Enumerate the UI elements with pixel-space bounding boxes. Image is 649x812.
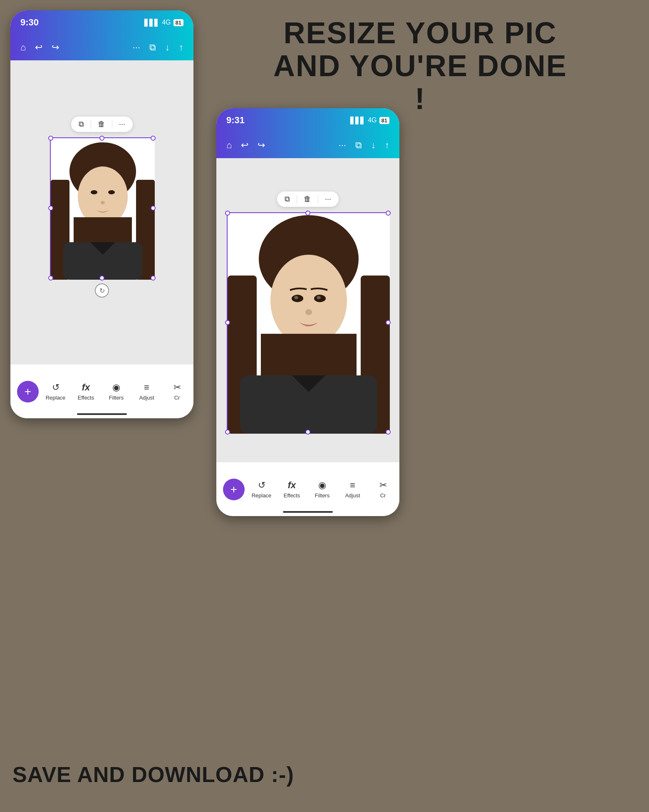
float-delete-right[interactable]: 🗑 — [304, 195, 311, 204]
bottom-bar-right: + ↺ Replace fx Effects ◉ Filters ≡ Adjus… — [216, 462, 399, 516]
battery-right: 81 — [379, 117, 389, 124]
toolbar-left-icons-right: ⌂ ↩ ↪ — [226, 140, 265, 151]
more-icon-left[interactable]: ··· — [133, 42, 140, 53]
home-icon-left[interactable]: ⌂ — [20, 42, 26, 53]
handle-bl-right[interactable] — [225, 430, 230, 435]
filters-icon-right: ◉ — [318, 480, 326, 491]
tool-effects-right[interactable]: fx Effects — [278, 477, 305, 501]
handle-mr-left[interactable] — [151, 206, 156, 211]
toolbar-right-icons-right: ··· ⧉ ↓ ↑ — [339, 140, 389, 151]
float-more-left[interactable]: ··· — [119, 120, 125, 129]
float-more-right[interactable]: ··· — [325, 195, 331, 204]
divider2-left — [112, 120, 112, 129]
handle-br-right[interactable] — [386, 430, 391, 435]
handle-tr-left[interactable] — [151, 136, 156, 141]
handle-br-left[interactable] — [151, 276, 156, 281]
undo-icon-right[interactable]: ↩ — [241, 140, 248, 151]
heading-block: RESIZE YOUR PIC AND YOU'RE DONE ! — [204, 17, 637, 116]
home-indicator-left — [77, 413, 127, 415]
share-icon-right[interactable]: ↑ — [385, 140, 389, 151]
handle-mr-right[interactable] — [386, 320, 391, 325]
svg-point-19 — [317, 296, 321, 299]
svg-point-7 — [108, 190, 115, 194]
status-bar-right: 9:31 ▋▋▋ 4G 81 — [216, 108, 399, 132]
svg-point-8 — [101, 201, 105, 204]
effects-label-right: Effects — [284, 492, 300, 499]
filters-icon-left: ◉ — [112, 382, 120, 393]
float-copy-right[interactable]: ⧉ — [285, 195, 290, 204]
crop-icon-right: ✂ — [379, 480, 387, 491]
selection-container-left: ⧉ 🗑 ··· — [50, 137, 154, 279]
share-icon-left[interactable]: ↑ — [179, 42, 183, 53]
copy-icon-right[interactable]: ⧉ — [355, 140, 362, 151]
add-icon-left: + — [25, 385, 31, 398]
tool-crop-left[interactable]: ✂ Cr — [163, 380, 191, 403]
battery-left: 81 — [173, 19, 183, 26]
undo-icon-left[interactable]: ↩ — [35, 42, 42, 53]
heading-line1: RESIZE YOUR PIC — [204, 17, 637, 50]
download-icon-left[interactable]: ↓ — [165, 42, 170, 53]
download-icon-right[interactable]: ↓ — [371, 140, 376, 151]
crop-icon-left: ✂ — [173, 382, 181, 393]
float-copy-left[interactable]: ⧉ — [79, 120, 84, 129]
phone-right: 9:31 ▋▋▋ 4G 81 ⌂ ↩ ↪ ··· ⧉ ↓ ↑ ⧉ 🗑 — [216, 108, 399, 516]
status-icons-right: ▋▋▋ 4G 81 — [350, 117, 389, 124]
crop-label-left: Cr — [174, 395, 180, 401]
image-selection-left[interactable] — [50, 137, 154, 279]
replace-icon-left: ↺ — [52, 382, 59, 393]
add-button-left[interactable]: + — [17, 381, 39, 402]
redo-icon-left[interactable]: ↪ — [52, 42, 59, 53]
status-time-right: 9:31 — [226, 115, 245, 126]
svg-point-6 — [91, 190, 97, 194]
more-icon-right[interactable]: ··· — [339, 140, 346, 151]
adjust-label-right: Adjust — [345, 492, 360, 499]
tool-adjust-left[interactable]: ≡ Adjust — [133, 380, 160, 403]
photo-svg-left — [51, 138, 155, 280]
tool-replace-left[interactable]: ↺ Replace — [42, 380, 69, 403]
handle-tr-right[interactable] — [386, 211, 391, 216]
status-icons-left: ▋▋▋ 4G 81 — [144, 19, 183, 27]
effects-label-left: Effects — [78, 395, 94, 401]
handle-tm-left[interactable] — [99, 136, 104, 141]
tool-adjust-right[interactable]: ≡ Adjust — [339, 477, 366, 501]
effects-icon-left: fx — [82, 382, 90, 393]
adjust-icon-right: ≡ — [350, 480, 355, 491]
copy-icon-left[interactable]: ⧉ — [149, 42, 156, 53]
tool-crop-right[interactable]: ✂ Cr — [369, 477, 396, 501]
signal-icon-right: ▋▋▋ — [350, 117, 365, 124]
selection-container-right: ⧉ 🗑 ··· — [227, 187, 389, 433]
float-delete-left[interactable]: 🗑 — [98, 120, 105, 129]
image-selection-right[interactable] — [227, 212, 389, 433]
handle-tl-left[interactable] — [48, 136, 53, 141]
toolbar-right: ⌂ ↩ ↪ ··· ⧉ ↓ ↑ — [216, 132, 399, 158]
tool-filters-right[interactable]: ◉ Filters — [309, 477, 336, 501]
canvas-right: ⧉ 🗑 ··· — [216, 158, 399, 462]
toolbar-left-icons: ⌂ ↩ ↪ — [20, 42, 59, 53]
filters-label-left: Filters — [109, 395, 124, 401]
add-button-right[interactable]: + — [223, 479, 245, 500]
handle-ml-right[interactable] — [225, 320, 230, 325]
handle-tm-right[interactable] — [305, 211, 310, 216]
filters-label-right: Filters — [315, 492, 329, 499]
toolbar-right-icons-left: ··· ⧉ ↓ ↑ — [133, 42, 183, 53]
network-right: 4G — [368, 117, 377, 124]
rotate-handle-left[interactable]: ↻ — [95, 283, 109, 298]
handle-bm-left[interactable] — [99, 276, 104, 281]
handle-tl-right[interactable] — [225, 211, 230, 216]
tool-replace-right[interactable]: ↺ Replace — [248, 477, 275, 501]
handle-bl-left[interactable] — [48, 276, 53, 281]
canvas-left: ⧉ 🗑 ··· — [10, 60, 193, 364]
add-icon-right: + — [230, 483, 237, 496]
tool-filters-left[interactable]: ◉ Filters — [103, 380, 130, 403]
signal-icon-left: ▋▋▋ — [144, 19, 159, 27]
crop-label-right: Cr — [380, 492, 386, 499]
redo-icon-right[interactable]: ↪ — [258, 140, 265, 151]
tool-effects-left[interactable]: fx Effects — [72, 380, 99, 403]
handle-ml-left[interactable] — [48, 206, 53, 211]
handle-bm-right[interactable] — [305, 430, 310, 435]
replace-label-right: Replace — [252, 492, 272, 499]
home-indicator-right — [283, 511, 333, 513]
home-icon-right[interactable]: ⌂ — [226, 140, 232, 151]
status-time-left: 9:30 — [20, 17, 39, 28]
adjust-icon-left: ≡ — [144, 382, 149, 393]
